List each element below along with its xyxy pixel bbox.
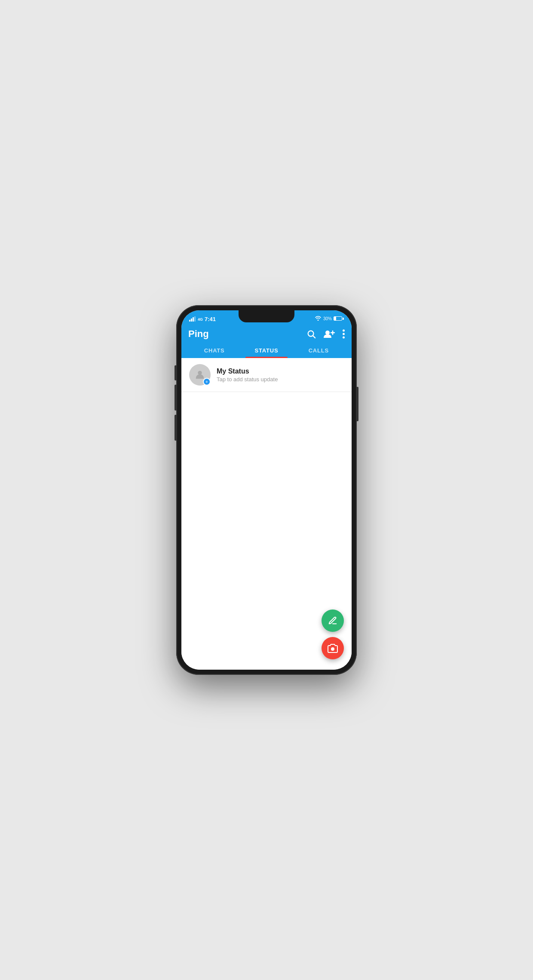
app-title: Ping — [188, 328, 209, 340]
battery-icon — [334, 316, 344, 321]
fab-container — [322, 609, 344, 659]
svg-point-9 — [343, 330, 345, 332]
my-status-row[interactable]: + My Status Tap to add status update — [181, 358, 352, 392]
status-bar-left: 4G 7:41 — [189, 316, 216, 322]
battery-percent: 30% — [323, 316, 332, 321]
svg-point-12 — [198, 371, 202, 375]
tab-status[interactable]: STATUS — [240, 343, 292, 358]
add-contact-button[interactable] — [324, 329, 335, 339]
my-status-subtitle: Tap to add status update — [217, 376, 278, 383]
more-options-icon — [343, 329, 345, 339]
app-header: Ping — [181, 324, 352, 358]
power-button[interactable] — [357, 387, 358, 421]
svg-point-6 — [325, 331, 330, 335]
status-text-block: My Status Tap to add status update — [217, 368, 278, 383]
svg-line-5 — [313, 336, 315, 338]
header-action-icons — [306, 329, 345, 339]
svg-rect-2 — [193, 317, 194, 322]
svg-point-10 — [343, 333, 345, 335]
search-button[interactable] — [306, 329, 316, 339]
phone-screen: 4G 7:41 30% — [181, 310, 352, 670]
tab-bar: CHATS STATUS CALLS — [188, 343, 345, 358]
edit-status-fab[interactable] — [322, 609, 344, 632]
add-status-plus: + — [203, 378, 211, 386]
svg-rect-1 — [191, 318, 192, 322]
avatar: + — [189, 364, 211, 386]
notch — [239, 310, 294, 322]
wifi-icon — [315, 315, 322, 322]
camera-status-fab[interactable] — [322, 637, 344, 659]
more-options-button[interactable] — [343, 329, 345, 339]
header-top-row: Ping — [188, 328, 345, 343]
svg-point-13 — [331, 647, 334, 651]
status-divider — [181, 392, 352, 392]
silent-button[interactable] — [175, 415, 176, 441]
network-type: 4G — [198, 317, 203, 322]
camera-icon — [328, 643, 338, 653]
svg-rect-0 — [189, 320, 190, 322]
tab-calls[interactable]: CALLS — [293, 343, 345, 358]
status-bar-right: 30% — [315, 315, 344, 322]
edit-icon — [328, 616, 337, 625]
volume-up-button[interactable] — [175, 365, 176, 380]
tab-chats[interactable]: CHATS — [188, 343, 240, 358]
add-contact-icon — [324, 329, 335, 339]
search-icon — [306, 329, 316, 339]
content-area: + My Status Tap to add status update — [181, 358, 352, 670]
svg-rect-3 — [194, 316, 196, 322]
my-status-title: My Status — [217, 368, 278, 375]
volume-down-button[interactable] — [175, 385, 176, 410]
svg-point-11 — [343, 337, 345, 339]
signal-icon — [189, 316, 196, 322]
status-time: 7:41 — [205, 316, 216, 322]
phone-frame: 4G 7:41 30% — [176, 305, 357, 675]
